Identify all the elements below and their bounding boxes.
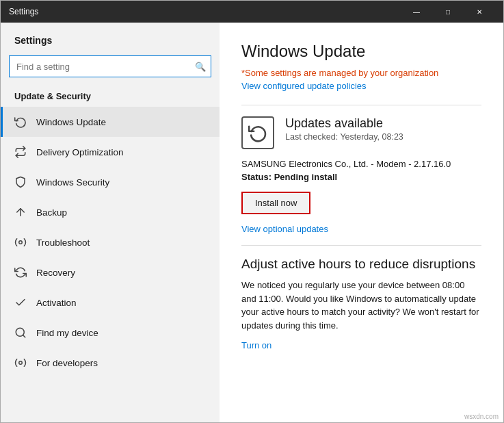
settings-window: Settings — □ ✕ Settings 🔍 Update & Secur…: [0, 0, 504, 423]
svg-line-3: [23, 335, 25, 337]
sidebar-item-find-device[interactable]: Find my device: [1, 318, 220, 348]
windows-security-icon: [14, 176, 27, 188]
adjust-description: We noticed you regularly use your device…: [241, 279, 481, 332]
sidebar-item-label-windows-update: Windows Update: [36, 117, 106, 127]
status-value: Pending install: [274, 172, 337, 182]
content-area: Settings 🔍 Update & Security Windows Upd…: [1, 23, 503, 422]
sidebar-item-label-troubleshoot: Troubleshoot: [36, 238, 90, 248]
refresh-icon: [248, 123, 267, 142]
sidebar-item-label-activation: Activation: [36, 298, 77, 308]
update-section: Updates available Last checked: Yesterda…: [241, 116, 481, 149]
divider-2: [241, 245, 481, 246]
app-title: Settings: [1, 23, 220, 55]
optional-updates-link[interactable]: View optional updates: [241, 224, 481, 234]
watermark: wsxdn.com: [464, 413, 499, 420]
sidebar-item-developers[interactable]: For developers: [1, 348, 220, 378]
status-label: Status:: [241, 172, 271, 182]
sidebar-item-backup[interactable]: Backup: [1, 197, 220, 227]
install-now-button[interactable]: Install now: [241, 192, 310, 214]
sidebar-item-windows-update[interactable]: Windows Update: [1, 107, 220, 137]
section-header: Update & Security: [1, 87, 220, 107]
sidebar-item-troubleshoot[interactable]: Troubleshoot: [1, 227, 220, 257]
turn-on-link[interactable]: Turn on: [241, 340, 271, 350]
update-last-checked: Last checked: Yesterday, 08:23: [285, 132, 481, 142]
find-device-icon: [14, 326, 27, 339]
delivery-optimization-icon: [14, 146, 27, 158]
developers-icon: [14, 357, 27, 369]
sidebar-item-label-find-device: Find my device: [36, 328, 98, 338]
svg-point-1: [19, 241, 23, 244]
sidebar-item-activation[interactable]: Activation: [1, 287, 220, 318]
sidebar-item-delivery-optimization[interactable]: Delivery Optimization: [1, 137, 220, 167]
title-bar: Settings — □ ✕: [1, 1, 503, 23]
search-icon: 🔍: [195, 62, 206, 72]
maximize-button[interactable]: □: [432, 1, 464, 23]
close-button[interactable]: ✕: [464, 1, 495, 23]
update-available-title: Updates available: [285, 116, 481, 131]
sidebar-search-container: 🔍: [9, 55, 211, 77]
divider-1: [241, 105, 481, 105]
update-info: Updates available Last checked: Yesterda…: [285, 116, 481, 149]
sidebar-item-label-developers: For developers: [36, 358, 98, 368]
sidebar-item-label-windows-security: Windows Security: [36, 177, 109, 188]
troubleshoot-icon: [14, 236, 27, 248]
backup-icon: [14, 206, 27, 218]
nav-items-container: Windows UpdateDelivery OptimizationWindo…: [1, 107, 220, 378]
sidebar-item-label-backup: Backup: [36, 207, 67, 218]
update-icon-wrap: [241, 116, 274, 149]
policy-link[interactable]: View configured update policies: [241, 81, 481, 91]
adjust-title: Adjust active hours to reduce disruption…: [241, 257, 481, 272]
sidebar-item-windows-security[interactable]: Windows Security: [1, 167, 220, 197]
search-input[interactable]: [9, 55, 211, 77]
main-panel: Windows Update *Some settings are manage…: [220, 23, 503, 422]
windows-update-icon: [14, 116, 27, 128]
update-detail-status: Status: Pending install: [241, 172, 481, 182]
title-bar-title: Settings: [9, 7, 401, 16]
title-bar-controls: — □ ✕: [401, 1, 495, 23]
sidebar-item-recovery[interactable]: Recovery: [1, 257, 220, 287]
recovery-icon: [14, 266, 27, 279]
minimize-button[interactable]: —: [401, 1, 432, 23]
activation-icon: [14, 296, 27, 309]
sidebar-item-label-delivery-optimization: Delivery Optimization: [36, 147, 124, 157]
sidebar-item-label-recovery: Recovery: [36, 268, 75, 278]
svg-point-4: [19, 361, 23, 365]
sidebar: Settings 🔍 Update & Security Windows Upd…: [1, 23, 220, 422]
update-detail-name: SAMSUNG Electronics Co., Ltd. - Modem - …: [241, 159, 481, 169]
org-warning: *Some settings are managed by your organ…: [241, 68, 481, 78]
page-title: Windows Update: [241, 42, 481, 61]
